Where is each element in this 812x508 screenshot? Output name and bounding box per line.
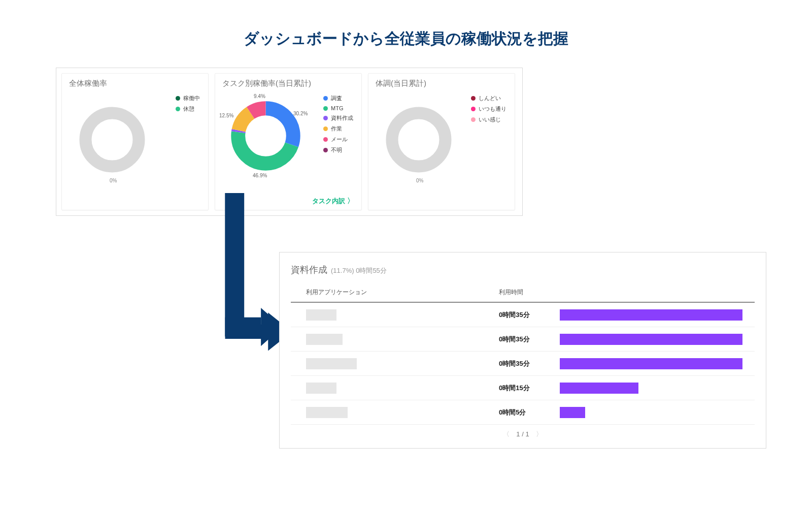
- pager-next-button[interactable]: 〉: [531, 430, 548, 438]
- overall-zero-label: 0%: [110, 178, 117, 183]
- donut-task: [226, 97, 305, 175]
- svg-point-0: [86, 113, 139, 167]
- arrow-icon: [223, 193, 284, 356]
- legend-dot-icon: [176, 107, 180, 111]
- legend-item: いい感じ: [471, 116, 506, 123]
- legend-label: 資料作成: [331, 114, 353, 122]
- slice-pct-30: 30.2%: [293, 111, 308, 116]
- condition-zero-label: 0%: [416, 178, 423, 183]
- legend-item: いつも通り: [471, 105, 506, 113]
- detail-title-main: 資料作成: [291, 265, 327, 275]
- detail-panel: 資料作成 (11.7%) 0時間55分 利用アプリケーション 利用時間 0時間3…: [279, 252, 766, 449]
- pager: 〈 1 / 1 〉: [291, 425, 755, 440]
- app-name-placeholder: [306, 309, 336, 321]
- legend-label: 作業: [331, 125, 342, 133]
- usage-time-text: 0時間15分: [499, 384, 560, 393]
- usage-time-text: 0時間35分: [499, 359, 560, 368]
- slice-pct-12: 12.5%: [219, 113, 233, 118]
- legend-label: 休憩: [183, 105, 194, 113]
- legend-label: メール: [331, 136, 348, 143]
- page-title: ダッシュボードから全従業員の稼働状況を把握: [0, 0, 812, 68]
- donut-overall: [74, 102, 150, 178]
- legend-label: 不明: [331, 146, 342, 154]
- legend-dot-icon: [323, 96, 328, 101]
- slice-pct-9: 9.4%: [254, 93, 265, 99]
- app-name-placeholder: [306, 407, 348, 418]
- svg-point-6: [392, 113, 446, 167]
- col-header-app: 利用アプリケーション: [306, 288, 499, 297]
- pager-text: 1 / 1: [516, 430, 529, 438]
- legend-dot-icon: [471, 117, 476, 122]
- table-row: 0時間35分: [291, 303, 755, 327]
- legend-dot-icon: [471, 96, 476, 101]
- usage-bar: [560, 309, 742, 321]
- legend-label: MTG: [331, 105, 343, 111]
- legend-item: 不明: [323, 146, 353, 154]
- app-name-placeholder: [306, 358, 357, 369]
- legend-dot-icon: [471, 107, 476, 111]
- detail-title-sub: (11.7%) 0時間55分: [331, 267, 387, 274]
- legend-item: 作業: [323, 125, 353, 133]
- pager-prev-button[interactable]: 〈: [498, 430, 515, 438]
- usage-time-text: 0時間5分: [499, 408, 560, 417]
- legend-label: いい感じ: [479, 116, 501, 123]
- chevron-right-icon: 〉: [347, 197, 354, 206]
- legend-dot-icon: [323, 137, 328, 142]
- table-row: 0時間35分: [291, 327, 755, 352]
- usage-time-text: 0時間35分: [499, 310, 560, 320]
- legend-dot-icon: [323, 106, 328, 111]
- legend-dot-icon: [323, 116, 328, 120]
- slice-pct-47: 46.9%: [253, 173, 267, 178]
- donut-condition: [381, 102, 457, 178]
- legend-item: メール: [323, 136, 353, 143]
- card-title-task: タスク別稼働率(当日累計): [222, 79, 354, 88]
- table-row: 0時間35分: [291, 352, 755, 376]
- usage-bar: [560, 407, 585, 418]
- legend-item: しんどい: [471, 94, 506, 102]
- legend-condition: しんどい いつも通り いい感じ: [471, 94, 506, 126]
- detail-title: 資料作成 (11.7%) 0時間55分: [291, 264, 755, 276]
- legend-item: 調査: [323, 94, 353, 102]
- usage-bar: [560, 358, 742, 369]
- legend-dot-icon: [323, 148, 328, 152]
- legend-label: いつも通り: [479, 105, 506, 113]
- card-title-condition: 体調(当日累計): [376, 79, 507, 88]
- table-header-row: 利用アプリケーション 利用時間: [291, 283, 755, 303]
- card-condition: 体調(当日累計) 0% しんどい いつも通り いい感じ: [368, 73, 515, 210]
- usage-time-text: 0時間35分: [499, 335, 560, 344]
- usage-bar: [560, 334, 742, 345]
- legend-item: 資料作成: [323, 114, 353, 122]
- task-breakdown-link-label: タスク内訳: [312, 197, 345, 206]
- legend-label: しんどい: [479, 94, 501, 102]
- legend-item: 休憩: [176, 105, 200, 113]
- legend-overall: 稼働中 休憩: [176, 94, 200, 116]
- legend-task: 調査 MTG 資料作成 作業 メール 不明: [323, 94, 353, 157]
- app-name-placeholder: [306, 383, 336, 394]
- task-breakdown-link[interactable]: タスク内訳 〉: [312, 197, 354, 206]
- legend-item: MTG: [323, 105, 353, 111]
- svg-rect-8: [225, 318, 261, 337]
- card-overall-utilization: 全体稼働率 0% 稼働中 休憩: [61, 73, 209, 210]
- app-name-placeholder: [306, 334, 343, 345]
- legend-item: 稼働中: [176, 94, 200, 102]
- legend-dot-icon: [323, 126, 328, 131]
- card-title-overall: 全体稼働率: [69, 79, 201, 88]
- legend-label: 稼働中: [183, 94, 200, 102]
- legend-dot-icon: [176, 96, 180, 101]
- table-row: 0時間5分: [291, 400, 755, 425]
- table-row: 0時間15分: [291, 376, 755, 400]
- dashboard-panel: 全体稼働率 0% 稼働中 休憩 タスク別稼働率(当日累計): [56, 68, 523, 216]
- legend-label: 調査: [331, 94, 342, 102]
- detail-table: 利用アプリケーション 利用時間 0時間35分0時間35分0時間35分0時間15分…: [291, 283, 755, 425]
- card-task-utilization: タスク別稼働率(当日累計): [215, 73, 362, 210]
- col-header-time: 利用時間: [499, 288, 560, 297]
- usage-bar: [560, 383, 638, 394]
